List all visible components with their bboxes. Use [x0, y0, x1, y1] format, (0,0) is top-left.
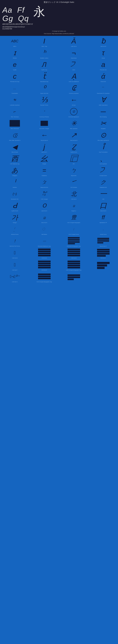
label-cjk-strokes: CJK Strokes [71, 187, 77, 188]
glyph-currency: ₢ [72, 84, 76, 92]
label-cyrillic-sup: Cyrillic Sup [41, 69, 47, 71]
cell-diacriticals-sup: ẗ Diacriticals Sup [30, 71, 59, 83]
glyph-idc: ⿸ [70, 154, 77, 162]
glyph-arrows: ← [70, 96, 77, 104]
glyph-vertical-forms: ；、 [13, 225, 16, 233]
cell-cjk-strokes: ㇀ CJK Strokes [59, 177, 88, 188]
numbers-row: 0123456789 [2, 28, 116, 30]
preview-section: Aa Ff Gg Qq 永 ABCDEFGHIJKLMNOPQRSTUVWXYZ… [0, 4, 118, 36]
cell-cjk-symbols: 、 CJK Symbols [88, 153, 118, 165]
glyph-cyrillic: е [13, 60, 17, 68]
label-cjk-radicals-sup: CJK Radicals Sup [10, 163, 20, 165]
cell-sup-arrows-c: Sup Arrows C [88, 236, 118, 248]
glyph-cyrillic-ext-b: Ԁ [12, 202, 17, 210]
glyph-sup-punct: i̊ [102, 143, 104, 151]
glyph-bar-3 [97, 248, 110, 257]
glyph-enclosed-cjk: (¬) [13, 190, 17, 198]
glyph-cjk-main: 一 [100, 190, 107, 198]
glyph-bar-4 [38, 260, 51, 269]
cell-enclosed-cjk: (¬) Enclosed CJK [0, 188, 30, 200]
label-kayah-li: Kayah Li [71, 210, 76, 212]
cell-block-elements: Block Elements [0, 118, 30, 130]
glyph-hiragana: あ [12, 166, 18, 174]
glyph-misc-math-a: ⟃ [13, 131, 17, 139]
label-sup-arrows-c: Sup Arrows C [100, 246, 107, 247]
cell-half-full: ！ Half And Full Forms [0, 236, 30, 248]
label-half-marks: Half Marks [41, 234, 47, 235]
glyph-sup-arrows-c [97, 237, 109, 245]
glyph-cyrillic-ext-a: Ꙁ [72, 143, 76, 151]
label-kanbun: Kanbun [13, 187, 17, 188]
glyph-hangul: 가 [12, 213, 18, 221]
font-source: Font Source: http://www.fontke.com/font/… [2, 32, 116, 35]
cell-cjk-compat: ㌀ CJK Compat [30, 188, 59, 200]
glyph-super-sub: ⁰ [43, 84, 46, 92]
cell-misc-arrows: ◀ Misc Arrows [0, 142, 30, 153]
cell-kanbun: ㆐ Kanbun [0, 177, 30, 188]
cell-jamo-ext-a: 口 Jamo Ext A [88, 200, 118, 212]
cell-jamo-ext-k: ꤘ Jamo Ext K [30, 212, 59, 224]
cell-latin-ext-a: Ā Latin Ext A [59, 36, 88, 48]
label-cjk-compat-forms: CJK Compat Forms [69, 234, 79, 235]
grid-container: ABC ABCs I Latin / Sup Ā Latin Ext A ƀ L… [0, 36, 118, 248]
label-enclosed-alphanum: Enclosed Alphanum [69, 116, 79, 118]
cell-greek-ext: ά Greek Ext [88, 71, 118, 83]
glyph-cjk-ext-a: 北 [71, 190, 77, 198]
cell-latin-ext-d: ꓳ Latin Ext D [30, 200, 59, 212]
copyright: © Design by fontke.com [2, 30, 116, 32]
cell-misc-math-b: ⊙ Misc Math Symbols B [88, 130, 118, 142]
label-cjk-compat-ideo-bar: CJK Compat Ideographs Sup [37, 281, 52, 283]
glyph-punctuation: … [13, 84, 16, 92]
cell-abcs: ABC ABCs [0, 36, 30, 48]
cell-number-forms: ⅓ Number Forms [30, 94, 59, 106]
kanji-preview: 永 [33, 6, 45, 18]
glyph-latin-ext-d: ꓳ [42, 202, 46, 210]
glyph-cjk-symbols: 、 [100, 154, 107, 162]
glyph-katakana-ext: ク [101, 178, 106, 186]
glyph-cjk-ext-b-1: 𠀀 [14, 248, 16, 257]
label-arrows: Arrows [72, 104, 76, 106]
label-idc: IDC [73, 163, 75, 165]
label-jamo-ext-a: Jamo Ext A [100, 210, 106, 212]
label-bar-2: CJK Ext B [71, 257, 76, 259]
label-misc-symbols: Misc Symbols [70, 128, 77, 130]
label-bar-1: CJK Ext A [42, 257, 47, 259]
label-geometric: Geometric Shapes [39, 128, 49, 130]
glyph-cjk-strokes: ㇀ [70, 178, 77, 186]
label-half-full: Half And Full Forms [10, 246, 20, 247]
glyph-cjk-compat-ideo-bar [38, 273, 51, 280]
label-bopomofo-ext: Bopomofo Ext [41, 187, 48, 188]
cell-bar-5: CJK Compat Ideographs Sup [59, 260, 88, 272]
glyph-sub-arrows-b: ↗ [71, 131, 77, 139]
cell-cyrillic-ext-a: Ꙁ Cyrillic Ext A [59, 142, 88, 153]
glyph-phonetic-ext: a [101, 60, 105, 68]
label-sup-arrows-a: Sup Arrows A [41, 140, 48, 141]
label-currency: Currency Symbols [69, 93, 79, 94]
cell-enclosed-alphanum-sup: 𝄗 Enclosed Alphanum Sup [30, 236, 59, 248]
cell-latin-ext-b: ƀ Latin Ext B [88, 36, 118, 48]
cell-hiragana: あ Hiragana [0, 165, 30, 177]
cell-hangul: 가 Hangul [0, 212, 30, 224]
label-latin-ext-add: Latin Ext Additional [69, 81, 79, 82]
glyph-cjk-ext-f: 𠀁 [14, 260, 16, 269]
cell-compat-jamo: ᄀ Compat Jamo [88, 165, 118, 177]
label-compat-jamo: Compat Jamo [100, 175, 107, 176]
lowercase-row: abcdefghijklmnopqrstuvwxyz [2, 25, 116, 28]
glyph-diacriticals-sup: ẗ [43, 72, 46, 80]
final-grid: 𠀀¬𝄞ᴼ⁻ CJK Ext G CJK Compat Ideographs Su… [0, 272, 118, 283]
glyph-cyrillic-sup: Л [42, 60, 46, 68]
cell-sup-punct: i̊ Sup Punctuation [88, 142, 118, 153]
glyph-currency-pictures: ＂ [43, 108, 46, 116]
label-bopomofo: Bopomofo [71, 175, 76, 176]
label-hiragana: Hiragana [12, 175, 17, 176]
glyph-alphabetic-pf: ff [102, 213, 105, 221]
glyph-bar-5 [68, 260, 80, 269]
glyph-cjk-compat-forms: ︴ [72, 225, 75, 233]
cell-modifier: ʰ Modifier Letters [30, 48, 59, 59]
label-box-drawing: Box Drawing [100, 116, 106, 118]
cell-greek: τ Greek [88, 48, 118, 59]
glyph-latin-sup: I [43, 37, 45, 45]
cell-currency: ₢ Currency Symbols [59, 83, 88, 94]
glyph-kayah-li: ꤁ [73, 202, 75, 210]
cell-sub-arrows-b: ↗ Sub Arrows B [59, 130, 88, 142]
